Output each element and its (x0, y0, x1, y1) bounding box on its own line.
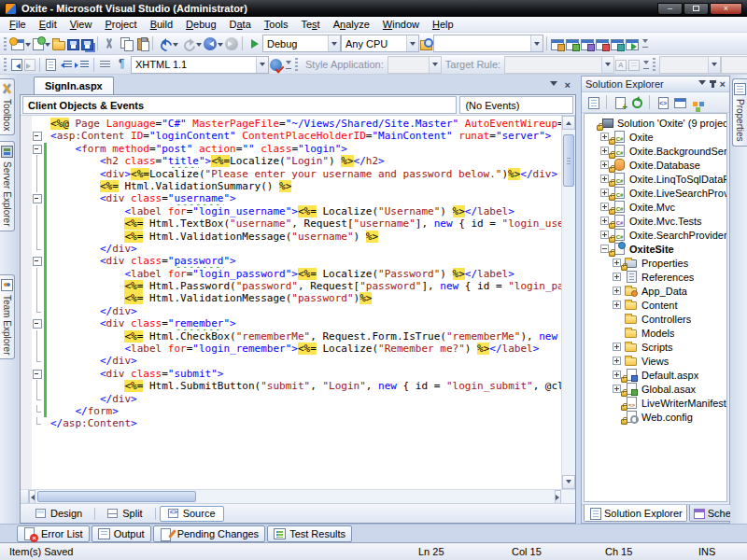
outline-glyph[interactable] (32, 368, 44, 380)
open-file-icon[interactable] (51, 35, 66, 53)
auto-hide-pin-icon[interactable] (712, 80, 714, 88)
toolbar-grip[interactable] (653, 58, 655, 71)
expand-icon[interactable] (613, 259, 621, 267)
view-button-split[interactable]: Split (99, 506, 150, 522)
menu-item-tools[interactable]: Tools (258, 18, 295, 31)
target-rule-combo[interactable] (504, 56, 614, 74)
code-line[interactable]: </div> (21, 305, 561, 317)
close-panel-icon[interactable]: × (720, 79, 726, 90)
expand-icon[interactable] (613, 273, 621, 281)
tree-item[interactable]: Models (586, 326, 726, 340)
add-new-item-icon[interactable] (32, 35, 51, 53)
outline-glyph[interactable] (32, 130, 44, 142)
menu-item-window[interactable]: Window (376, 18, 426, 31)
navigate-backward-icon[interactable] (203, 35, 224, 53)
outline-glyph[interactable] (32, 143, 44, 155)
properties-window-icon[interactable] (565, 35, 580, 53)
menu-item-test[interactable]: Test (294, 18, 326, 31)
redo-icon[interactable] (179, 35, 203, 53)
bottom-tab-output[interactable]: Output (92, 525, 151, 542)
code-line[interactable]: </div> (21, 393, 561, 405)
sidebar-tab-toolbox[interactable]: Toolbox (0, 78, 15, 135)
code-editor[interactable]: <%@ Page Language="C#" MasterPageFile="~… (21, 116, 561, 489)
navigate-forward-icon[interactable] (224, 35, 239, 53)
view-button-source[interactable]: Source (160, 506, 224, 522)
code-line[interactable]: <asp:Content ID="loginContent" ContentPl… (21, 130, 561, 142)
go-to-next-icon[interactable] (23, 55, 36, 74)
properties-icon[interactable] (585, 93, 600, 112)
tree-item[interactable]: LiveWriterManifest.xml (586, 396, 726, 410)
format-document-icon[interactable] (43, 55, 57, 74)
sidebar-tab-server-explorer[interactable]: Server Explorer (0, 141, 15, 231)
check-page-validity-icon[interactable] (269, 55, 283, 74)
expand-icon[interactable] (600, 231, 609, 239)
tree-item[interactable]: Oxite.LiveSearchProvider (586, 186, 726, 200)
view-code-icon[interactable] (655, 93, 669, 112)
event-dropdown[interactable]: (No Events) (459, 96, 573, 114)
menu-item-project[interactable]: Project (98, 18, 143, 31)
code-line[interactable]: <%@ Page Language="C#" MasterPageFile="~… (21, 118, 561, 130)
expand-icon[interactable] (600, 203, 609, 211)
tree-item[interactable]: Controllers (586, 312, 726, 326)
tree-item[interactable]: App_Data (586, 284, 726, 298)
code-line[interactable]: <div class="submit"> (21, 368, 561, 380)
code-line[interactable]: <label for="login_username"><%= Localize… (21, 205, 561, 217)
expand-icon[interactable] (600, 161, 609, 169)
code-line[interactable]: </div> (21, 243, 561, 255)
new-style-icon[interactable] (614, 55, 627, 74)
code-line[interactable]: <%= Html.ValidationSummary() %> (21, 180, 561, 192)
solution-configurations-combo[interactable]: Debug (262, 35, 341, 52)
copy-icon[interactable] (118, 35, 134, 53)
error-list-icon[interactable] (610, 35, 625, 53)
expand-icon[interactable] (613, 357, 621, 365)
active-files-dropdown-icon[interactable] (550, 81, 557, 90)
vertical-scroll-thumb[interactable] (563, 134, 574, 187)
attach-style-sheet-icon[interactable] (627, 55, 641, 74)
toolbar-grip[interactable] (295, 58, 298, 71)
object-dropdown[interactable]: Client Objects & Events (22, 96, 457, 114)
view-button-design[interactable]: Design (27, 506, 91, 522)
cut-icon[interactable] (101, 35, 118, 53)
paste-icon[interactable] (134, 35, 149, 53)
menu-item-build[interactable]: Build (144, 18, 179, 31)
outline-glyph[interactable] (32, 192, 44, 204)
toolbar-overflow-icon[interactable] (641, 56, 651, 73)
new-project-icon[interactable] (10, 35, 32, 53)
code-line[interactable]: <%= Html.ValidationMessage("password")%> (21, 292, 561, 304)
find-combo[interactable] (433, 35, 543, 52)
code-line[interactable]: <%= Html.ValidationMessage("username") %… (21, 231, 561, 243)
tree-item[interactable]: Scripts (586, 340, 726, 354)
solution-explorer-icon[interactable] (550, 35, 565, 53)
scroll-up-icon[interactable] (562, 116, 575, 130)
expand-icon[interactable] (600, 147, 609, 155)
close-document-icon[interactable]: × (565, 80, 571, 91)
panel-tab-solution-explorer[interactable]: Solution Explorer (584, 505, 687, 522)
menu-item-analyze[interactable]: Analyze (327, 18, 376, 31)
tree-item[interactable]: Oxite.Mvc (586, 200, 726, 214)
expand-icon[interactable] (600, 133, 609, 141)
minimize-button[interactable]: – (657, 3, 683, 15)
bottom-tab-error-list[interactable]: Error List (17, 525, 90, 542)
code-line[interactable]: <label for="login_remember"><%= Localize… (21, 343, 561, 355)
code-line[interactable]: <label for="login_password"><%= Localize… (21, 268, 561, 280)
bottom-tab-test-results[interactable]: Test Results (267, 525, 352, 542)
expand-icon[interactable] (613, 371, 621, 379)
save-all-icon[interactable] (80, 35, 94, 53)
code-line[interactable]: <div><%=Localize("Please enter your user… (21, 168, 561, 180)
code-line[interactable]: <form method="post" action="" class="log… (21, 143, 561, 155)
doctype-combo[interactable]: XHTML 1.1 (131, 56, 269, 74)
code-line[interactable]: <%= Html.SubmitButton("submit", "Login",… (21, 380, 561, 392)
collapse-icon[interactable] (600, 245, 609, 253)
menu-item-debug[interactable]: Debug (179, 18, 222, 31)
horizontal-scrollbar[interactable] (21, 489, 575, 503)
menu-item-help[interactable]: Help (426, 18, 460, 31)
expand-icon[interactable] (613, 385, 621, 393)
menu-item-file[interactable]: File (3, 18, 33, 31)
tree-item[interactable]: Views (586, 354, 726, 368)
expand-icon[interactable] (600, 217, 609, 225)
tree-item[interactable]: Global.asax (586, 382, 726, 396)
outline-glyph[interactable] (32, 255, 44, 267)
horizontal-scroll-thumb[interactable] (37, 491, 196, 502)
increase-indent-icon[interactable] (74, 55, 91, 74)
menu-item-view[interactable]: View (63, 18, 99, 31)
